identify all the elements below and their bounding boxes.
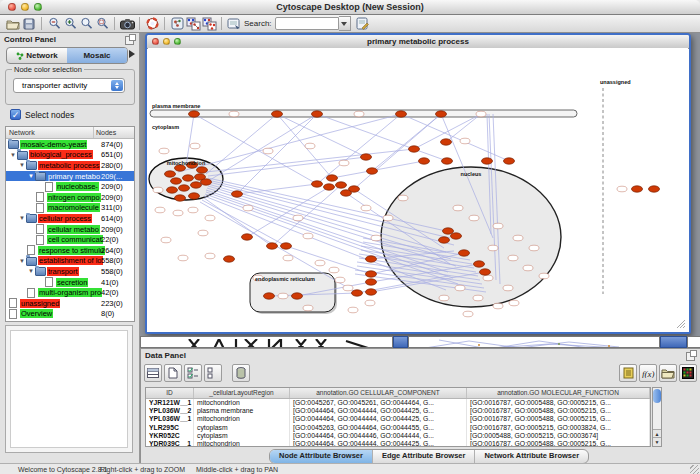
table-cell[interactable]: [GO:0016787, GO:0005215, GO:0003824, G..… — [467, 424, 650, 432]
node[interactable] — [272, 111, 283, 117]
table-cell[interactable]: mitochondrion — [194, 415, 290, 423]
node[interactable] — [367, 168, 378, 174]
attribute-table-header[interactable]: ID_cellularLayoutRegionannotation.GO CEL… — [146, 388, 650, 399]
table-cell[interactable]: [GO:0005488, GO:0005215, GO:0003674] — [467, 432, 650, 440]
node[interactable] — [396, 111, 407, 117]
node[interactable] — [335, 277, 345, 283]
node[interactable] — [155, 207, 165, 213]
node[interactable] — [442, 158, 453, 164]
table-column-header[interactable]: _cellularLayoutRegion — [194, 388, 290, 398]
table-cell[interactable]: plasma membrane — [194, 407, 290, 415]
open-file-icon[interactable] — [5, 16, 21, 31]
expand-arrow-icon[interactable]: ▼ — [19, 256, 26, 266]
node[interactable] — [303, 233, 313, 239]
node[interactable] — [324, 184, 335, 190]
node[interactable] — [529, 245, 539, 251]
advanced-search-icon[interactable] — [355, 16, 371, 31]
table-cell[interactable]: YDR039C__1 — [146, 440, 194, 447]
node[interactable] — [267, 243, 278, 249]
node[interactable] — [339, 160, 349, 166]
node[interactable] — [352, 290, 363, 296]
tree-row[interactable]: mosaic-demo-yeast874(0) — [6, 139, 134, 150]
tree-row[interactable]: ▼transport558(0) — [6, 266, 134, 277]
node[interactable] — [459, 250, 470, 256]
tree-row[interactable]: Overview8(0) — [6, 309, 134, 320]
table-cell[interactable]: [GO:0044464, GO:0044444, GO:0044425, G..… — [290, 407, 467, 415]
node[interactable] — [178, 255, 188, 261]
node[interactable] — [513, 235, 523, 241]
background-window-titlebar-sliver[interactable] — [393, 336, 408, 348]
table-row[interactable]: YPL036W__2plasma membrane[GO:0044464, GO… — [146, 407, 650, 415]
help-icon[interactable] — [144, 16, 160, 31]
table-cell[interactable]: [GO:0044464, GO:0044444, GO:0044425, G..… — [290, 440, 467, 447]
node[interactable] — [336, 182, 347, 188]
zoom-out-icon[interactable] — [46, 16, 62, 31]
node[interactable] — [371, 235, 381, 241]
node[interactable] — [173, 210, 183, 216]
tree-row[interactable]: secretion41(0) — [6, 277, 134, 288]
node[interactable] — [476, 111, 486, 117]
tab-scroll-right-icon[interactable] — [129, 50, 135, 58]
node[interactable] — [463, 311, 473, 317]
node[interactable] — [617, 186, 627, 192]
new-network-selected-nodes-selected-edges-icon[interactable] — [201, 16, 217, 31]
node[interactable] — [361, 205, 371, 211]
table-cell[interactable]: cytoplasm — [194, 424, 290, 432]
node[interactable] — [167, 187, 178, 193]
node[interactable] — [354, 111, 364, 117]
table-column-header[interactable]: annotation.GO MOLECULAR_FUNCTION — [467, 388, 650, 398]
node[interactable] — [312, 181, 323, 187]
node[interactable] — [312, 111, 323, 117]
node[interactable] — [159, 148, 169, 154]
node[interactable] — [443, 228, 454, 234]
node[interactable] — [232, 191, 243, 197]
node[interactable] — [632, 186, 643, 192]
node[interactable] — [341, 190, 352, 196]
tree-row[interactable]: ▼cellular process614(0) — [6, 213, 134, 224]
table-cell[interactable]: [GO:0044464, GO:0044446, GO:0044444, G..… — [290, 432, 467, 440]
search-input[interactable] — [275, 17, 339, 30]
zoom-reset-icon[interactable] — [78, 16, 94, 31]
node[interactable] — [398, 195, 408, 201]
node[interactable] — [327, 175, 338, 181]
node[interactable] — [503, 285, 513, 291]
node[interactable] — [439, 237, 450, 243]
node[interactable] — [482, 158, 493, 164]
tree-row[interactable]: macromolecule311(0) — [6, 203, 134, 214]
float-panel-icon[interactable] — [125, 36, 134, 45]
node[interactable] — [539, 273, 549, 279]
expand-arrow-icon[interactable]: ▼ — [28, 171, 35, 181]
node[interactable] — [229, 111, 239, 117]
network-window-zoom-icon[interactable] — [174, 38, 181, 45]
node[interactable] — [242, 234, 253, 240]
node[interactable] — [504, 158, 515, 164]
node[interactable] — [292, 293, 303, 299]
table-cell[interactable]: YJR121W__1 — [146, 399, 194, 407]
node[interactable] — [264, 293, 275, 299]
zoom-fit-selected-icon[interactable] — [94, 16, 110, 31]
attribute-browser-tab[interactable]: Node Attribute Browser — [270, 450, 373, 463]
background-window-sliver[interactable] — [140, 336, 393, 348]
table-row[interactable]: YDR039C__1mitochondrion[GO:0044464, GO:0… — [146, 440, 650, 447]
table-row[interactable]: YJR121W__1mitochondrion[GO:0045267, GO:0… — [146, 399, 650, 407]
node[interactable] — [303, 305, 313, 311]
notes-icon[interactable] — [619, 364, 637, 382]
table-column-header[interactable]: annotation.GO CELLULAR_COMPONENT — [290, 388, 467, 398]
table-cell[interactable]: YPL036W__2 — [146, 407, 194, 415]
table-cell[interactable]: YPL036W__1 — [146, 415, 194, 423]
network-window-titlebar[interactable]: primary metabolic process — [147, 35, 689, 49]
node[interactable] — [439, 295, 449, 301]
node[interactable] — [198, 230, 208, 236]
node[interactable] — [453, 205, 463, 211]
expand-arrow-icon[interactable]: ▼ — [19, 213, 26, 223]
graphics-details-icon[interactable] — [169, 16, 185, 31]
node[interactable] — [366, 271, 377, 277]
table-cell[interactable]: YLR295C — [146, 424, 194, 432]
node[interactable] — [205, 215, 215, 221]
node[interactable] — [205, 253, 215, 259]
save-icon[interactable] — [21, 16, 37, 31]
node[interactable] — [365, 300, 375, 306]
node[interactable] — [508, 255, 518, 261]
node[interactable] — [488, 245, 498, 251]
node[interactable] — [281, 243, 292, 249]
